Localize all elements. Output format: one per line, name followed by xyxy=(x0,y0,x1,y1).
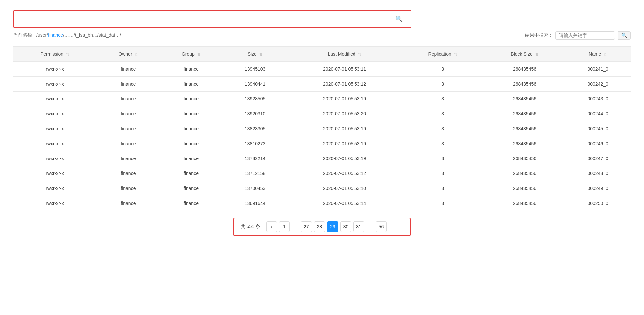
table-body: rwxr-xr-xfinancefinance139451032020-07-0… xyxy=(13,62,631,211)
page-btn-31[interactable]: 31 xyxy=(353,221,364,232)
cell-owner: finance xyxy=(97,196,160,211)
table-row: rwxr-xr-xfinancefinance139404412020-07-0… xyxy=(13,77,631,92)
cell-blockSize: 268435456 xyxy=(484,121,565,136)
cell-size: 13700453 xyxy=(222,181,288,196)
cell-group: finance xyxy=(160,77,222,92)
page-btn-28[interactable]: 28 xyxy=(314,221,325,232)
cell-owner: finance xyxy=(97,62,160,77)
cell-replication: 3 xyxy=(401,181,484,196)
cell-blockSize: 268435456 xyxy=(484,77,565,92)
cell-name: 000241_0 xyxy=(565,62,631,77)
search-box-wrapper: /user/finance/hive/warehouse/fdm_sor.db/… xyxy=(13,10,411,28)
page-ellipsis-1: … xyxy=(291,224,299,229)
col-name-label: Name xyxy=(589,51,601,57)
cell-lastModified: 2020-07-01 05:53:19 xyxy=(288,151,401,166)
table-row: rwxr-xr-xfinancefinance139285052020-07-0… xyxy=(13,92,631,106)
sort-icon-group: ⇅ xyxy=(197,52,201,57)
cell-lastModified: 2020-07-01 05:53:12 xyxy=(288,77,401,92)
cell-group: finance xyxy=(160,196,222,211)
result-search-area: 结果中搜索： 🔍 xyxy=(525,31,631,40)
cell-lastModified: 2020-07-01 05:53:11 xyxy=(288,62,401,77)
result-search-input[interactable] xyxy=(555,31,615,40)
col-permission[interactable]: Permission ⇅ xyxy=(13,47,97,62)
cell-replication: 3 xyxy=(401,106,484,121)
cell-permission: rwxr-xr-x xyxy=(13,181,97,196)
page-ellipsis-2: … xyxy=(366,224,374,229)
cell-group: finance xyxy=(160,92,222,106)
cell-group: finance xyxy=(160,181,222,196)
cell-blockSize: 268435456 xyxy=(484,106,565,121)
cell-group: finance xyxy=(160,166,222,181)
table-header: Permission ⇅ Owner ⇅ Group ⇅ Size ⇅ Last… xyxy=(13,47,631,62)
cell-permission: rwxr-xr-x xyxy=(13,151,97,166)
cell-replication: 3 xyxy=(401,77,484,92)
cell-name: 000245_0 xyxy=(565,121,631,136)
cell-blockSize: 268435456 xyxy=(484,181,565,196)
page-total: 共 551 条 xyxy=(241,224,260,230)
result-search-button[interactable]: 🔍 xyxy=(618,31,631,40)
cell-permission: rwxr-xr-x xyxy=(13,62,97,77)
cell-size: 13810273 xyxy=(222,136,288,151)
cell-name: 000247_0 xyxy=(565,151,631,166)
cell-name: 000248_0 xyxy=(565,166,631,181)
cell-blockSize: 268435456 xyxy=(484,136,565,151)
cell-group: finance xyxy=(160,151,222,166)
cell-owner: finance xyxy=(97,92,160,106)
col-size[interactable]: Size ⇅ xyxy=(222,47,288,62)
breadcrumb-prefix: 当前路径：/user/ xyxy=(13,32,48,38)
cell-replication: 3 xyxy=(401,136,484,151)
cell-owner: finance xyxy=(97,166,160,181)
cell-lastModified: 2020-07-01 05:53:10 xyxy=(288,181,401,196)
page-btn-1[interactable]: 1 xyxy=(279,221,290,232)
cell-permission: rwxr-xr-x xyxy=(13,77,97,92)
breadcrumb-path: /……/t_fsa_bh…/stat_dat…/ xyxy=(63,32,121,38)
cell-owner: finance xyxy=(97,151,160,166)
cell-permission: rwxr-xr-x xyxy=(13,106,97,121)
cell-size: 13940441 xyxy=(222,77,288,92)
cell-size: 13691644 xyxy=(222,196,288,211)
cell-blockSize: 268435456 xyxy=(484,166,565,181)
cell-permission: rwxr-xr-x xyxy=(13,166,97,181)
cell-blockSize: 268435456 xyxy=(484,196,565,211)
col-name[interactable]: Name ⇅ xyxy=(565,47,631,62)
cell-replication: 3 xyxy=(401,196,484,211)
page-btn-56[interactable]: 56 xyxy=(376,221,387,232)
page-btn-30[interactable]: 30 xyxy=(340,221,352,232)
page-ellipsis-4: .. xyxy=(398,224,403,229)
search-button[interactable]: 🔍 xyxy=(393,15,405,23)
cell-size: 13712158 xyxy=(222,166,288,181)
cell-blockSize: 268435456 xyxy=(484,92,565,106)
table-row: rwxr-xr-xfinancefinance138233052020-07-0… xyxy=(13,121,631,136)
path-search-input[interactable]: /user/finance/hive/warehouse/fdm_sor.db/… xyxy=(19,16,393,22)
cell-permission: rwxr-xr-x xyxy=(13,196,97,211)
breadcrumb-row: 当前路径：/user/finance/……/t_fsa_bh…/stat_dat… xyxy=(13,31,631,40)
cell-replication: 3 xyxy=(401,166,484,181)
sort-icon-replication: ⇅ xyxy=(454,52,457,57)
cell-group: finance xyxy=(160,62,222,77)
col-owner[interactable]: Owner ⇅ xyxy=(97,47,160,62)
col-group[interactable]: Group ⇅ xyxy=(160,47,222,62)
cell-size: 13920310 xyxy=(222,106,288,121)
col-last-modified[interactable]: Last Modified ⇅ xyxy=(288,47,401,62)
sort-icon-last-modified: ⇅ xyxy=(358,52,361,57)
table-row: rwxr-xr-xfinancefinance139451032020-07-0… xyxy=(13,62,631,77)
sort-icon-block-size: ⇅ xyxy=(535,52,539,57)
pagination-box: 共 551 条 ‹ 1 … 27 28 29 30 31 … 56 … .. xyxy=(233,218,411,236)
table-header-row: Permission ⇅ Owner ⇅ Group ⇅ Size ⇅ Last… xyxy=(13,47,631,62)
cell-owner: finance xyxy=(97,121,160,136)
page-prev-button[interactable]: ‹ xyxy=(266,221,277,232)
cell-name: 000246_0 xyxy=(565,136,631,151)
cell-name: 000244_0 xyxy=(565,106,631,121)
sort-icon-owner: ⇅ xyxy=(135,52,138,57)
data-table: Permission ⇅ Owner ⇅ Group ⇅ Size ⇅ Last… xyxy=(13,46,631,211)
col-block-size[interactable]: Block Size ⇅ xyxy=(484,47,565,62)
pagination-wrapper: 共 551 条 ‹ 1 … 27 28 29 30 31 … 56 … .. xyxy=(13,218,631,236)
sort-icon-name: ⇅ xyxy=(604,52,607,57)
page-btn-27[interactable]: 27 xyxy=(301,221,312,232)
cell-replication: 3 xyxy=(401,62,484,77)
page-btn-29[interactable]: 29 xyxy=(327,221,338,232)
breadcrumb-link[interactable]: finance xyxy=(48,32,63,38)
sort-icon-permission: ⇅ xyxy=(66,52,69,57)
col-replication[interactable]: Replication ⇅ xyxy=(401,47,484,62)
search-icon-small: 🔍 xyxy=(621,33,627,38)
